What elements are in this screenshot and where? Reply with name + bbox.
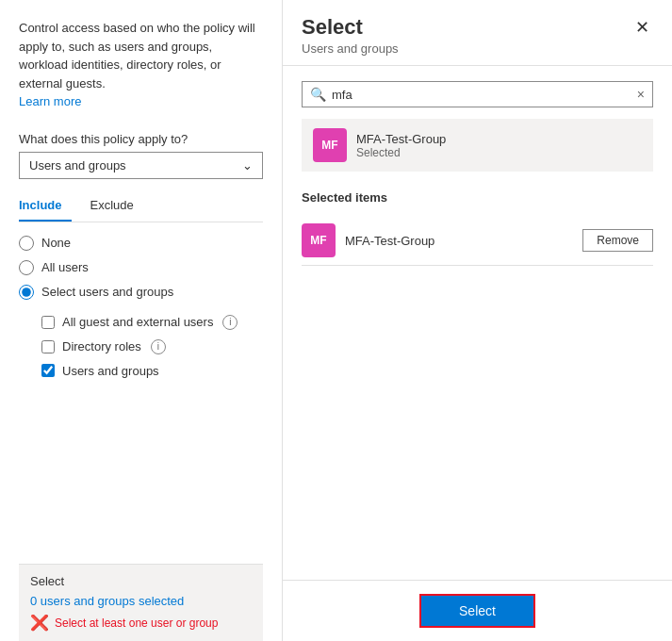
radio-none-label: None [41, 236, 71, 250]
dialog-subtitle: Users and groups [302, 41, 399, 56]
header-title-group: Select Users and groups [302, 15, 399, 56]
checkbox-guest-input[interactable] [41, 316, 55, 329]
selected-item-name: MFA-Test-Group [345, 234, 573, 248]
dropdown-value: Users and groups [29, 158, 126, 173]
radio-none[interactable]: None [19, 236, 263, 251]
selected-item-row: MF MFA-Test-Group Remove [302, 216, 653, 266]
info-guest-icon[interactable]: i [222, 315, 238, 330]
left-panel: Control access based on who the policy w… [0, 0, 283, 641]
result-avatar: MF [313, 128, 347, 162]
result-info: MFA-Test-Group Selected [356, 132, 446, 159]
select-section: Select 0 users and groups selected ❌ Sel… [19, 564, 263, 641]
radio-none-input[interactable] [19, 236, 34, 251]
right-footer: Select [283, 580, 672, 641]
checkbox-users-groups-input[interactable] [41, 364, 55, 377]
result-name: MFA-Test-Group [356, 132, 446, 146]
checkbox-directory[interactable]: Directory roles i [41, 339, 263, 354]
checkbox-group: All guest and external users i Directory… [41, 315, 263, 378]
checkbox-guest-label: All guest and external users [62, 315, 213, 329]
checkbox-guest[interactable]: All guest and external users i [41, 315, 263, 330]
policy-label: What does this policy apply to? [19, 132, 263, 146]
users-groups-selected-link[interactable]: 0 users and groups selected [30, 594, 184, 608]
selected-items-section: Selected items MF MFA-Test-Group Remove [302, 190, 653, 266]
learn-more-link[interactable]: Learn more [19, 94, 81, 108]
checkbox-directory-label: Directory roles [62, 339, 141, 353]
tab-exclude[interactable]: Exclude [90, 192, 143, 222]
checkbox-directory-input[interactable] [41, 340, 55, 353]
selected-item-avatar: MF [302, 223, 336, 257]
error-row: ❌ Select at least one user or group [30, 614, 252, 632]
search-input[interactable] [332, 88, 637, 102]
result-status: Selected [356, 146, 446, 159]
error-icon: ❌ [30, 614, 49, 632]
radio-select-users-input[interactable] [19, 285, 34, 300]
radio-all-users-input[interactable] [19, 260, 34, 275]
select-button[interactable]: Select [419, 594, 535, 628]
search-box: 🔍 × [302, 81, 653, 107]
right-header: Select Users and groups ✕ [283, 0, 672, 66]
search-icon: 🔍 [310, 87, 326, 102]
error-text: Select at least one user or group [55, 616, 218, 630]
select-section-label: Select [30, 574, 252, 588]
tab-include[interactable]: Include [19, 192, 72, 222]
remove-button[interactable]: Remove [582, 229, 653, 252]
radio-select-users[interactable]: Select users and groups [19, 285, 263, 300]
right-panel: Select Users and groups ✕ 🔍 × MF MFA-Tes… [283, 0, 672, 641]
chevron-down-icon: ⌄ [242, 158, 253, 173]
tabs-container: Include Exclude [19, 192, 263, 222]
description-text: Control access based on who the policy w… [19, 19, 263, 111]
dialog-title: Select [302, 15, 399, 40]
checkbox-users-groups[interactable]: Users and groups [41, 364, 263, 378]
policy-dropdown[interactable]: Users and groups ⌄ [19, 152, 263, 179]
radio-all-users[interactable]: All users [19, 260, 263, 275]
checkbox-users-groups-label: Users and groups [62, 364, 159, 378]
close-button[interactable]: ✕ [631, 15, 653, 40]
radio-select-users-label: Select users and groups [41, 285, 173, 299]
radio-all-users-label: All users [41, 260, 89, 274]
clear-search-icon[interactable]: × [637, 87, 645, 102]
right-body: 🔍 × MF MFA-Test-Group Selected Selected … [283, 66, 672, 580]
radio-group: None All users Select users and groups [19, 236, 263, 300]
selected-items-title: Selected items [302, 190, 653, 205]
info-directory-icon[interactable]: i [151, 339, 166, 354]
search-result-item[interactable]: MF MFA-Test-Group Selected [302, 119, 653, 172]
